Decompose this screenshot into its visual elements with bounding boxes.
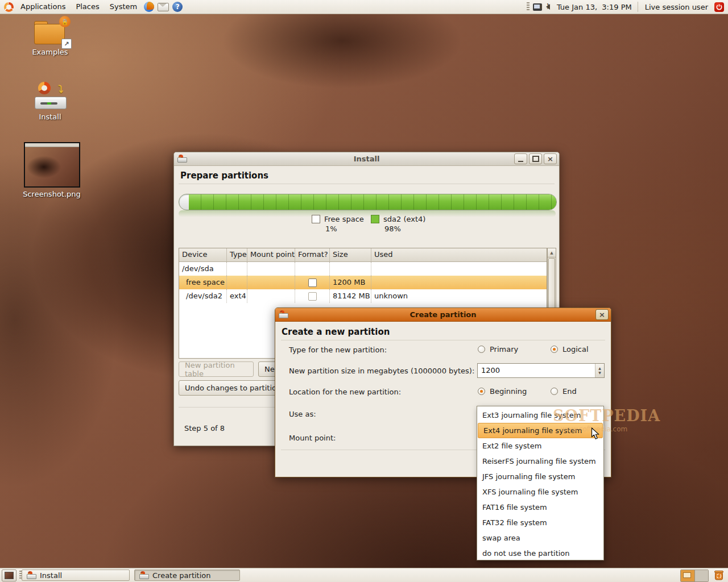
power-icon[interactable] <box>714 2 724 12</box>
top-panel: Applications Places System ? Tue Jan 13,… <box>0 0 728 14</box>
partition-size-spinbox[interactable]: 1200 ▲ ▼ <box>477 363 605 378</box>
menu-places[interactable]: Places <box>71 0 104 14</box>
cell-used <box>371 262 547 276</box>
scrollbar-up-icon[interactable]: ▲ <box>548 248 556 257</box>
spinner-buttons[interactable]: ▲ ▼ <box>595 364 604 377</box>
cell-format <box>295 289 330 303</box>
desktop-root: Applications Places System ? Tue Jan 13,… <box>0 0 728 582</box>
cell-used: unknown <box>371 289 547 303</box>
taskbar-window-create-partition[interactable]: Create partition <box>134 569 240 581</box>
ubuntu-logo-icon[interactable] <box>4 2 14 12</box>
window-icon <box>279 311 288 318</box>
desktop-icon-screenshot[interactable]: Screenshot.png <box>20 142 83 198</box>
radio-primary[interactable]: Primary <box>478 345 518 354</box>
workspace-1-active[interactable] <box>681 570 694 581</box>
bottom-taskbar: Install Create partition <box>0 568 728 582</box>
top-panel-right: Tue Jan 13, 3:19 PM Live session user <box>525 0 726 14</box>
trash-icon[interactable] <box>713 569 725 581</box>
radio-end[interactable]: End <box>551 387 577 396</box>
dropdown-item-do-not-use[interactable]: do not use the partition <box>477 546 603 561</box>
dialog-heading: Create a new partition <box>282 327 390 337</box>
screenshot-thumbnail <box>24 142 80 188</box>
spin-up-icon[interactable]: ▲ <box>598 366 601 371</box>
radio-icon <box>551 388 558 395</box>
panel-separator <box>638 2 638 12</box>
table-header: Device Type Mount point Format? Size Use… <box>179 248 547 262</box>
dropdown-item-fat32[interactable]: FAT32 file system <box>477 515 603 530</box>
dialog-titlebar[interactable]: Create partition × <box>275 308 611 322</box>
heading-divider <box>281 340 605 340</box>
maximize-button[interactable] <box>529 153 542 164</box>
partition-bar-sda2-segment <box>189 194 556 210</box>
column-header-mount-point[interactable]: Mount point <box>247 248 295 261</box>
clock[interactable]: Tue Jan 13, 3:19 PM <box>553 3 635 11</box>
radio-label: Primary <box>490 345 518 354</box>
menu-system[interactable]: System <box>105 0 142 14</box>
table-row-selected[interactable]: free space 1200 MB <box>179 276 547 289</box>
show-desktop-icon <box>5 572 14 579</box>
column-header-size[interactable]: Size <box>330 248 371 261</box>
volume-icon[interactable] <box>546 4 550 10</box>
dropdown-item-xfs[interactable]: XFS journaling file system <box>477 484 603 500</box>
heading-divider <box>179 184 555 184</box>
step-indicator: Step 5 of 8 <box>184 424 225 433</box>
shortcut-arrow-icon: ↗ <box>61 39 72 49</box>
cell-type: ext4 <box>227 289 247 303</box>
mail-icon[interactable] <box>158 3 169 11</box>
mount-point-label: Mount point: <box>289 434 336 442</box>
cell-format <box>295 262 330 276</box>
dropdown-item-reiserfs[interactable]: ReiserFS journaling file system <box>477 454 603 469</box>
desktop-icon-examples[interactable]: 🔒 ↗ Examples <box>20 20 80 56</box>
minimize-button[interactable] <box>514 153 527 164</box>
install-cd-icon: ⤵ <box>34 83 67 110</box>
user-menu[interactable]: Live session user <box>640 3 713 11</box>
menu-applications[interactable]: Applications <box>15 0 71 14</box>
legend-sda2: sda2 (ext4) 98% <box>371 215 425 233</box>
show-desktop-button[interactable] <box>2 569 16 581</box>
cell-device: /dev/sda <box>179 262 227 276</box>
table-row[interactable]: /dev/sda2 ext4 81142 MB unknown <box>179 289 547 303</box>
dropdown-item-ext3[interactable]: Ext3 journaling file system <box>477 408 603 423</box>
workspace-2[interactable] <box>694 570 709 581</box>
spin-down-icon[interactable]: ▼ <box>598 371 601 375</box>
column-header-format[interactable]: Format? <box>295 248 330 261</box>
format-checkbox[interactable] <box>308 278 317 287</box>
cell-size <box>330 262 371 276</box>
column-header-type[interactable]: Type <box>227 248 247 261</box>
radio-label: End <box>562 387 577 396</box>
column-header-used[interactable]: Used <box>371 248 547 261</box>
type-label: Type for the new partition: <box>289 346 387 354</box>
help-icon[interactable]: ? <box>172 2 183 12</box>
window-icon <box>177 155 187 163</box>
column-header-device[interactable]: Device <box>179 248 227 261</box>
size-value[interactable]: 1200 <box>478 364 595 377</box>
cell-device: /dev/sda2 <box>179 289 227 303</box>
radio-logical[interactable]: Logical <box>551 345 589 354</box>
cell-size: 81142 MB <box>330 289 371 303</box>
dropdown-item-ext2[interactable]: Ext2 file system <box>477 438 603 454</box>
dropdown-item-ext4-highlighted[interactable]: Ext4 journaling file system <box>478 423 603 438</box>
close-button[interactable]: × <box>595 309 609 320</box>
install-titlebar[interactable]: Install × <box>174 152 559 166</box>
workspace-switcher[interactable] <box>680 569 709 582</box>
dropdown-item-fat16[interactable]: FAT16 file system <box>477 500 603 515</box>
taskbar-window-install[interactable]: Install <box>22 569 130 581</box>
dropdown-item-jfs[interactable]: JFS journaling file system <box>477 469 603 484</box>
table-row[interactable]: /dev/sda <box>179 262 547 276</box>
desktop-icon-label: Screenshot.png <box>20 190 83 198</box>
legend-swatch-green <box>371 215 379 223</box>
radio-beginning[interactable]: Beginning <box>478 387 527 396</box>
window-title: Install <box>174 155 559 163</box>
use-as-label: Use as: <box>289 410 316 418</box>
desktop-icon-install[interactable]: ⤵ Install <box>20 83 80 121</box>
window-controls: × <box>512 153 557 164</box>
legend-free-space: Free space 1% <box>312 215 364 233</box>
format-checkbox[interactable] <box>308 292 317 301</box>
close-button[interactable]: × <box>544 153 557 164</box>
new-partition-table-button[interactable]: New partition table <box>179 361 254 377</box>
cell-mount-point <box>247 262 295 276</box>
dropdown-item-swap[interactable]: swap area <box>477 530 603 546</box>
tray-grip-handle[interactable] <box>527 2 530 11</box>
use-as-dropdown-list: Ext3 journaling file system Ext4 journal… <box>477 406 604 560</box>
firefox-icon[interactable] <box>144 2 154 12</box>
